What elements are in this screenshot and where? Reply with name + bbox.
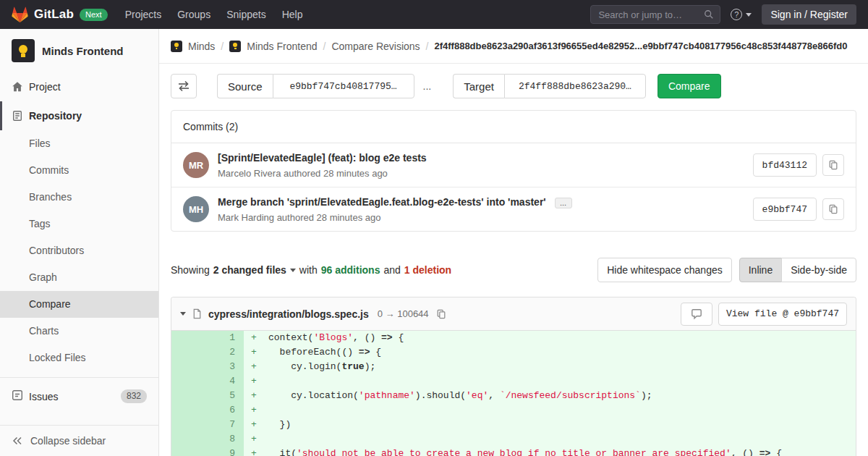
comment-icon <box>691 308 702 320</box>
collapse-sidebar-button[interactable]: Collapse sidebar <box>0 425 158 456</box>
sidebar-item-issues[interactable]: Issues 832 <box>0 381 158 412</box>
navbar-link[interactable]: Projects <box>125 9 162 20</box>
sidebar-item-repository[interactable]: Repository <box>0 101 158 130</box>
copy-commit-sha-button[interactable] <box>822 198 844 220</box>
source-input[interactable] <box>273 74 414 98</box>
sidebar-subitem[interactable]: Graph <box>0 264 158 291</box>
breadcrumb: Minds Minds Frontend Compare Revisions 2… <box>159 29 868 64</box>
code-token: => <box>381 332 393 343</box>
added-line-sign: + <box>251 389 268 403</box>
sidebar-item-label: Issues <box>29 391 58 402</box>
commit-row: MH Merge branch 'sprint/ElevatedEagle.fe… <box>171 187 856 231</box>
sidebar-subitem[interactable]: Contributors <box>0 237 158 264</box>
changed-files-dropdown[interactable]: 2 changed files <box>213 264 296 276</box>
added-line-sign: + <box>251 374 268 389</box>
code-line: + <box>244 432 856 447</box>
old-line-number <box>171 403 208 418</box>
new-line-number[interactable]: 9 <box>208 447 244 456</box>
collapse-diff-caret[interactable] <box>180 312 186 316</box>
commit-author-line: Marcelo Rivera authored 28 minutes ago <box>218 168 744 180</box>
commit-sha-button[interactable]: e9bbf747 <box>753 198 817 221</box>
code-token: 'Blogs' <box>313 332 353 343</box>
sign-in-button[interactable]: Sign in / Register <box>762 4 856 25</box>
sidebar-item-project[interactable]: Project <box>0 72 158 101</box>
commit-sha-button[interactable]: bfd43112 <box>753 153 817 177</box>
code-token: cy.location( <box>268 390 359 401</box>
copy-file-path-button[interactable] <box>435 308 448 321</box>
code-token: => <box>359 347 370 358</box>
swap-icon <box>177 80 190 92</box>
home-icon <box>12 81 23 93</box>
breadcrumb-current-range: 2f4ff888dbe8623a290af3613f96655ed4e82952… <box>434 41 847 51</box>
new-line-number[interactable]: 6 <box>208 403 244 418</box>
new-line-number[interactable]: 3 <box>208 360 244 374</box>
sidebar-subitem[interactable]: Branches <box>0 184 158 211</box>
commits-panel: Commits (2) MR [Sprint/ElevatedEagle] (f… <box>171 110 856 232</box>
breadcrumb-link-group[interactable]: Minds <box>188 41 215 52</box>
search-icon <box>704 9 714 20</box>
code-token: ).should( <box>415 390 466 401</box>
project-name: Minds Frontend <box>42 45 124 57</box>
code-token: { <box>393 332 404 343</box>
sidebar-subitem[interactable]: Locked Files <box>0 345 158 371</box>
sidebar-subitem[interactable]: Charts <box>0 318 158 345</box>
code-token: 'eq' <box>466 390 488 401</box>
repository-submenu: FilesCommitsBranchesTagsContributorsGrap… <box>0 130 158 371</box>
added-line-sign: + <box>251 418 268 432</box>
sidebar-subitem[interactable]: Compare <box>0 291 158 318</box>
code-token: { <box>370 347 381 358</box>
brand-text: GitLab <box>34 7 74 22</box>
code-token: true <box>341 361 364 372</box>
file-mode-change: 0 → 100644 <box>378 308 429 319</box>
code-line: + beforeEach(() => { <box>244 345 856 360</box>
sidebar-item-label: Repository <box>29 110 82 122</box>
collapse-sidebar-label: Collapse sidebar <box>30 435 106 447</box>
view-file-button[interactable]: View file @ e9bbf747 <box>718 303 847 326</box>
diff-summary-bar: Showing 2 changed files with 96 addition… <box>171 258 856 282</box>
hide-whitespace-button[interactable]: Hide whitespace changes <box>597 258 732 282</box>
copy-commit-sha-button[interactable] <box>822 154 844 176</box>
breadcrumb-link-compare[interactable]: Compare Revisions <box>331 41 420 52</box>
compare-button[interactable]: Compare <box>658 74 721 98</box>
help-dropdown[interactable] <box>731 9 752 20</box>
new-line-number[interactable]: 2 <box>208 345 244 360</box>
commit-message-expander[interactable]: ... <box>555 198 572 208</box>
inline-view-button[interactable]: Inline <box>739 258 782 282</box>
new-line-number[interactable]: 1 <box>208 331 244 345</box>
sidebar-subitem[interactable]: Files <box>0 130 158 157</box>
commit-title-link[interactable]: [Sprint/ElevatedEagle] (feat): blog e2e … <box>218 152 427 164</box>
swap-revisions-button[interactable] <box>171 74 197 98</box>
new-line-number[interactable]: 8 <box>208 432 244 447</box>
diff-body: 1 +context('Blogs', () => { 2 + beforeEa… <box>171 331 856 456</box>
old-line-number <box>171 389 208 403</box>
additions-count: 96 additions <box>321 264 380 276</box>
new-line-number[interactable]: 4 <box>208 374 244 389</box>
new-line-number[interactable]: 5 <box>208 389 244 403</box>
added-line-sign: + <box>251 403 268 418</box>
target-input[interactable] <box>504 74 646 98</box>
navbar-link[interactable]: Snippets <box>226 9 265 20</box>
gitlab-logo[interactable]: GitLab <box>12 7 74 23</box>
project-context[interactable]: Minds Frontend <box>0 29 158 69</box>
breadcrumb-link-project[interactable]: Minds Frontend <box>247 41 317 52</box>
navbar-link[interactable]: Groups <box>177 9 210 20</box>
showing-label: Showing <box>171 264 210 276</box>
code-line: + cy.login(true); <box>244 360 856 374</box>
sidebar-subitem[interactable]: Commits <box>0 157 158 184</box>
commit-title-link[interactable]: Merge branch 'sprint/ElevatedEagle.feat.… <box>218 196 546 208</box>
code-token: 'pathname' <box>359 390 415 401</box>
added-line-sign: + <box>251 360 268 374</box>
new-line-number[interactable]: 7 <box>208 418 244 432</box>
sidebar-subitem[interactable]: Tags <box>0 211 158 237</box>
diff-file-path[interactable]: cypress/integration/blogs.spec.js <box>208 308 369 320</box>
search-input[interactable] <box>597 9 699 21</box>
added-line-sign: + <box>251 432 268 447</box>
copy-icon <box>828 160 838 170</box>
group-avatar <box>171 41 182 52</box>
issues-count-badge: 832 <box>121 389 147 402</box>
toggle-comments-button[interactable] <box>681 303 712 326</box>
side-by-side-view-button[interactable]: Side-by-side <box>781 258 856 282</box>
code-token: }) <box>268 419 291 430</box>
navbar-link[interactable]: Help <box>282 9 303 20</box>
global-search[interactable] <box>590 5 720 24</box>
